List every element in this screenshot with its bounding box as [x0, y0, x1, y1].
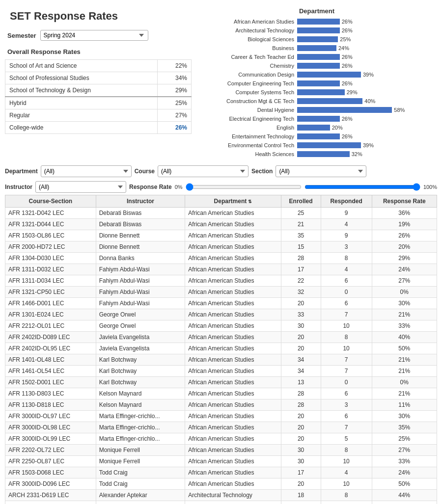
table-cell: 5	[321, 433, 372, 445]
table-cell: 20	[281, 343, 321, 354]
bar-label: Business	[199, 45, 297, 51]
table-row: AFR 3000ID-OL97 LECMarta Effinger-crichl…	[5, 411, 437, 422]
slider-min-label: 0%	[175, 184, 183, 190]
table-row: AFR 2402ID-D089 LECJaviela EvangelistaAf…	[5, 332, 437, 343]
bar-label: Computer Systems Tech	[199, 89, 297, 95]
bar-row: Architectural Technology26%	[199, 27, 435, 34]
bar-pct-label: 26%	[342, 80, 353, 86]
table-cell: 24%	[372, 264, 437, 275]
bar-fill	[297, 54, 340, 60]
table-cell: 4	[321, 467, 372, 478]
table-cell: 18	[281, 490, 321, 501]
table-cell: 27%	[372, 275, 437, 287]
table-cell: 21	[281, 219, 321, 230]
bar-fill	[297, 19, 340, 25]
rate-row-value: 26%	[157, 122, 191, 134]
table-cell: 40%	[372, 332, 437, 343]
bar-label: English	[199, 125, 297, 131]
semester-select[interactable]: Spring 2024 Fall 2023 Spring 2023	[40, 30, 148, 41]
table-cell: African American Studies	[185, 433, 281, 445]
table-header: Course-SectionInstructorDepartment⇅Enrol…	[5, 195, 437, 208]
bar-label: Construction Mgt & CE Tech	[199, 98, 297, 104]
bar-label: African American Studies	[199, 19, 297, 25]
table-cell: 21%	[372, 354, 437, 366]
bar-label: Career & Tech Teacher Ed	[199, 54, 297, 60]
table-col-header[interactable]: Response Rate	[372, 195, 437, 208]
table-cell: Kelson Maynard	[96, 388, 185, 399]
table-cell: 6	[321, 275, 372, 287]
table-cell: African American Studies	[185, 467, 281, 478]
table-cell: 28	[281, 253, 321, 264]
course-select[interactable]: (All)	[158, 165, 249, 177]
instructor-select[interactable]: (All)	[35, 181, 126, 193]
table-cell: AFR 1401-OL48 LEC	[5, 354, 96, 366]
table-cell: African American Studies	[185, 422, 281, 433]
bar-fill	[297, 72, 361, 78]
department-select[interactable]: (All)	[41, 165, 132, 177]
table-col-header[interactable]: Responded	[321, 195, 372, 208]
table-cell: 22	[281, 275, 321, 287]
table-cell: Debarati Biswas	[96, 219, 185, 230]
table-row: AFR 1461-OL54 LECKarl BotchwayAfrican Am…	[5, 366, 437, 377]
bar-fill	[297, 80, 340, 86]
table-col-header[interactable]: Course-Section	[5, 195, 96, 208]
bar-pct-label: 40%	[364, 98, 375, 104]
bar-track: 26%	[297, 27, 435, 33]
table-row: AFR 1466-D001 LECFahiym Abdul-WasiAfrica…	[5, 298, 437, 309]
table-row: AFR 2000-HD72 LECDionne BennettAfrican A…	[5, 241, 437, 253]
table-col-header[interactable]: Enrolled	[281, 195, 321, 208]
table-row: AFR 2250-OL87 LECMonique FerrellAfrican …	[5, 456, 437, 467]
table-cell: AFR 3000ID-OL98 LEC	[5, 422, 96, 433]
table-cell: 17	[281, 467, 321, 478]
table-col-header[interactable]: Instructor	[96, 195, 185, 208]
left-panel: SET Response Rates Semester Spring 2024 …	[5, 5, 192, 161]
table-cell: AFR 2250-OL87 LEC	[5, 456, 96, 467]
bar-row: Dental Hygiene58%	[199, 106, 435, 114]
table-cell: 0%	[372, 287, 437, 298]
table-cell: 21%	[372, 309, 437, 320]
table-cell: 32	[281, 287, 321, 298]
table-cell: 7	[321, 354, 372, 366]
bar-row: African American Studies26%	[199, 18, 435, 26]
bar-pct-label: 29%	[347, 89, 358, 95]
table-cell: 7	[321, 366, 372, 377]
table-cell: 10	[321, 478, 372, 490]
bar-pct-label: 26%	[342, 63, 353, 69]
table-cell: African American Studies	[185, 478, 281, 490]
table-cell: AFR 2202-OL72 LEC	[5, 445, 96, 456]
table-cell: 30	[281, 320, 321, 332]
table-cell: African American Studies	[185, 399, 281, 411]
rate-row-label: School of Professional Studies	[5, 72, 158, 84]
table-col-header[interactable]: Department⇅	[185, 195, 281, 208]
table-cell: 34	[281, 354, 321, 366]
table-cell: Dionne Bennett	[96, 241, 185, 253]
bar-row: Entertainment Technology26%	[199, 133, 435, 140]
section-select[interactable]: (All)	[276, 165, 366, 177]
table-cell: African American Studies	[185, 241, 281, 253]
table-cell: AFR 1466-D001 LEC	[5, 298, 96, 309]
section-filter-label: Section	[251, 168, 273, 175]
table-row: AFR 1301-E024 LECGeorge OrwelAfrican Ame…	[5, 309, 437, 320]
table-cell: 6	[321, 388, 372, 399]
table-cell: Kelson Maynard	[96, 399, 185, 411]
table-cell: African American Studies	[185, 354, 281, 366]
table-cell: AFR 1321-CP50 LEC	[5, 287, 96, 298]
table-cell: AFR 2402ID-OL95 LEC	[5, 343, 96, 354]
table-cell: 30%	[372, 298, 437, 309]
filters-row: Department (All) Course (All) Section (A…	[5, 165, 437, 177]
table-cell: African American Studies	[185, 287, 281, 298]
response-rate-slider-max[interactable]	[304, 183, 420, 191]
table-cell: African American Studies	[185, 388, 281, 399]
table-cell: 1	[321, 501, 372, 504]
bar-row: English20%	[199, 124, 435, 132]
bar-fill	[297, 116, 340, 122]
bar-label: Communication Design	[199, 72, 297, 78]
table-cell: 4	[321, 219, 372, 230]
response-rate-slider[interactable]	[186, 183, 302, 191]
bar-fill	[297, 125, 330, 131]
table-cell: AFR 2212-OL01 LEC	[5, 320, 96, 332]
table-row: AFR 1502-D001 LECKarl BotchwayAfrican Am…	[5, 377, 437, 388]
table-cell: African American Studies	[185, 332, 281, 343]
rate-row-label: School of Technology & Design	[5, 84, 158, 97]
table-cell: 28	[281, 388, 321, 399]
